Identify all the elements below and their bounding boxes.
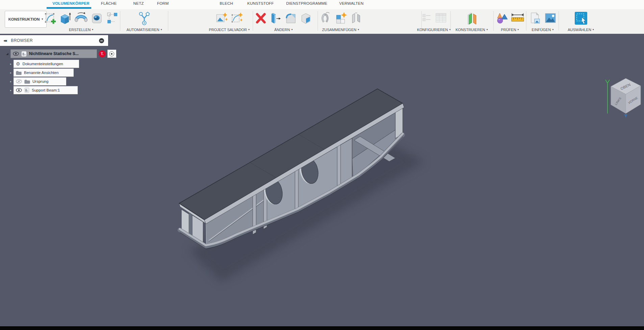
simulation-badge[interactable]: T. (99, 50, 106, 57)
zusammenfuegen-dropdown[interactable]: ZUSAMMENFÜGEN ▾ (322, 27, 359, 32)
konfigurieren-icons (420, 9, 448, 27)
minimize-panel-button[interactable] (99, 38, 104, 43)
construct-plane-icon[interactable] (465, 11, 479, 26)
toolbar-divider (253, 11, 253, 31)
konstruieren-icons (465, 9, 479, 27)
automatisieren-label: AUTOMATISIEREN (127, 28, 159, 32)
chevron-down-icon: ▾ (248, 28, 250, 31)
insert-image-icon[interactable] (544, 11, 557, 26)
folder-icon (16, 71, 22, 75)
tree-root-item[interactable]: Nichtlineare Statische S... (10, 49, 97, 58)
tab-netz[interactable]: NETZ (133, 1, 144, 5)
tab-blech[interactable]: BLECH (220, 1, 233, 5)
insert-canvas-icon[interactable] (528, 11, 542, 26)
auswaehlen-icons (574, 9, 588, 27)
eye-icon[interactable] (13, 52, 19, 56)
tree-item-benannte-ansichten[interactable]: Benannte Ansichten (14, 69, 74, 77)
press-pull-icon[interactable] (269, 11, 282, 26)
fillet-icon[interactable] (284, 11, 297, 26)
konfigurieren-dropdown[interactable]: KONFIGURIEREN ▾ (417, 27, 451, 32)
folder-icon (24, 79, 30, 84)
aendern-dropdown[interactable]: ÄNDERN ▾ (274, 27, 293, 32)
new-component-icon[interactable] (333, 11, 348, 26)
tree-item-ursprung[interactable]: Ursprung (14, 77, 66, 85)
zusammenfuegen-icons (318, 9, 363, 27)
expand-caret-icon[interactable]: ▸ (10, 62, 11, 66)
chevron-down-icon: ▾ (487, 28, 488, 31)
tab-dienstprogramme[interactable]: DIENSTPROGRAMME (286, 1, 327, 5)
toolbar-divider (450, 11, 451, 31)
project-salvador-icons (215, 9, 244, 27)
eye-icon[interactable] (16, 88, 22, 92)
aendern-label: ÄNDERN (274, 28, 290, 32)
axis-indicator (624, 115, 627, 117)
tree-item-support-beam[interactable]: Support Beam:1 (14, 86, 78, 94)
expand-caret-icon[interactable]: ▸ (10, 71, 11, 74)
hole-icon[interactable] (90, 11, 104, 26)
expand-caret-icon[interactable]: ▸ (10, 89, 11, 92)
konfigurieren-label: KONFIGURIEREN (417, 28, 448, 32)
viewcube[interactable]: OBEN LINKS VORNE (598, 70, 644, 118)
activate-component-radio[interactable] (107, 50, 116, 58)
konstruieren-dropdown[interactable]: KONSTRUIEREN ▾ (455, 27, 488, 32)
tree-root-label: Nichtlineare Statische S... (29, 51, 79, 56)
tab-verwalten[interactable]: VERWALTEN (339, 1, 364, 5)
project-salvador-dropdown[interactable]: PROJECT SALVADOR ▾ (209, 27, 250, 32)
group-erstellen: ERSTELLEN ▾ (45, 9, 117, 33)
chevron-down-icon: ▾ (92, 28, 93, 31)
group-konstruieren: KONSTRUIEREN ▾ (451, 9, 492, 33)
toolbar-divider (120, 11, 120, 31)
delete-icon[interactable] (255, 11, 267, 26)
tab-form[interactable]: FORM (157, 1, 169, 5)
select-box-icon[interactable] (574, 11, 588, 26)
tree-row: ▸ Benannte Ansichten (10, 69, 74, 77)
configuration-icon (420, 11, 432, 26)
viewport-3d-scene (0, 34, 644, 326)
configuration-table-icon (434, 11, 448, 26)
ai-sketch-icon[interactable] (230, 11, 244, 26)
document-icon (21, 51, 27, 57)
create-sketch-icon[interactable] (43, 11, 57, 26)
3d-viewport[interactable]: OBEN LINKS VORNE (0, 34, 644, 326)
erstellen-icons (43, 9, 119, 27)
toolbar-divider (168, 11, 168, 31)
revolve-icon[interactable] (74, 11, 89, 26)
automatisieren-dropdown[interactable]: AUTOMATISIEREN ▾ (127, 27, 162, 32)
pruefen-dropdown[interactable]: PRÜFEN ▾ (501, 27, 519, 32)
eye-hidden-icon[interactable] (16, 79, 22, 83)
group-automatisieren: AUTOMATISIEREN ▾ (124, 9, 164, 33)
inspect-primitives-icon[interactable] (495, 11, 509, 26)
extrude-icon[interactable] (58, 11, 72, 26)
window-bottom-edge (0, 326, 644, 330)
tree-item-dokumenteinstellungen[interactable]: ⚙ Dokumenteinstellungen (14, 60, 79, 68)
erstellen-dropdown[interactable]: ERSTELLEN ▾ (69, 27, 93, 32)
tree-row: ▸ ⚙ Dokumenteinstellungen (10, 60, 79, 68)
measure-icon[interactable] (510, 11, 525, 26)
tree-item-label: Benannte Ansichten (24, 71, 58, 75)
rectangular-pattern-icon[interactable] (105, 11, 119, 26)
group-auswaehlen: AUSWÄHLEN ▾ (562, 9, 600, 33)
aendern-icons (255, 9, 313, 27)
project-salvador-label: PROJECT SALVADOR (209, 28, 247, 32)
ribbon-toolbar: KONSTRUKTION ▾ (0, 9, 644, 34)
joint-icon[interactable] (318, 11, 332, 26)
chevron-down-icon: ▾ (42, 18, 43, 21)
ai-image-icon[interactable] (215, 11, 228, 26)
tree-row: ▸ Ursprung (10, 77, 66, 85)
toolbar-divider (493, 11, 494, 31)
browser-panel-header: ◀◀ BROWSER (0, 35, 108, 46)
tab-kunststoff[interactable]: KUNSTSTOFF (247, 1, 274, 5)
as-built-joint-icon[interactable] (349, 11, 363, 26)
group-zusammenfuegen: ZUSAMMENFÜGEN ▾ (306, 9, 375, 33)
browser-panel-title: BROWSER (11, 38, 33, 43)
konstruktion-dropdown-button[interactable]: KONSTRUKTION ▾ (5, 11, 47, 28)
automate-icon[interactable] (137, 11, 151, 26)
expand-caret-icon[interactable]: ◢ (6, 52, 8, 55)
collapse-panel-icon[interactable]: ◀◀ (3, 39, 6, 42)
auswaehlen-dropdown[interactable]: AUSWÄHLEN ▾ (568, 27, 594, 32)
tab-flaeche[interactable]: FLÄCHE (101, 1, 117, 5)
expand-caret-icon[interactable]: ▸ (10, 80, 11, 83)
einfuegen-dropdown[interactable]: EINFÜGEN ▾ (532, 27, 554, 32)
tab-volumenkoerper[interactable]: VOLUMENKÖRPER (52, 1, 89, 5)
tree-item-label: Ursprung (32, 79, 48, 83)
